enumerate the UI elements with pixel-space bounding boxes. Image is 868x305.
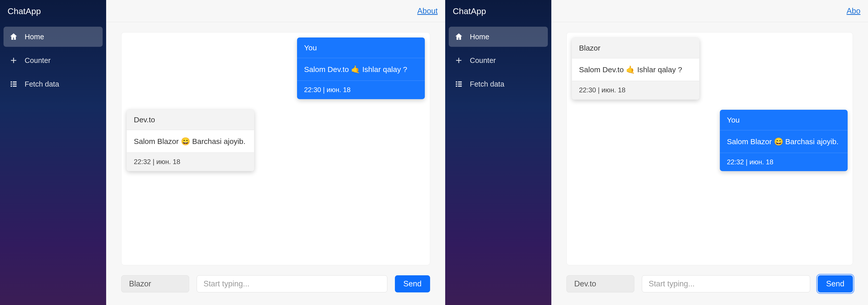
message-sender: Blazor [572,38,699,58]
home-icon [9,32,18,41]
message-row: You Salom Blazor 😄 Barchasi ajoyib. 22:3… [572,110,848,172]
send-button[interactable]: Send [818,275,853,293]
nav-fetch-data[interactable]: Fetch data [3,74,103,94]
app-instance-left: ChatApp Home Counter [0,0,445,305]
nav-counter[interactable]: Counter [449,50,548,70]
nav-home[interactable]: Home [449,27,548,47]
message-body: Salom Dev.to 🤙 Ishlar qalay ? [297,58,425,81]
chat-panel: Blazor Salom Dev.to 🤙 Ishlar qalay ? 22:… [566,32,853,265]
message-sender: You [720,110,848,130]
nav-counter-label: Counter [470,56,496,65]
message-row: You Salom Dev.to 🤙 Ishlar qalay ? 22:30 … [126,37,425,99]
nav-counter-label: Counter [25,56,51,65]
message-body: Salom Dev.to 🤙 Ishlar qalay ? [572,58,699,81]
chat-panel: You Salom Dev.to 🤙 Ishlar qalay ? 22:30 … [121,32,430,265]
content: Blazor Salom Dev.to 🤙 Ishlar qalay ? 22:… [551,22,868,305]
sidebar: ChatApp Home Counter [445,0,551,305]
nav-home-label: Home [25,33,44,41]
nav: Home Counter Fetch data [445,22,551,102]
message-input[interactable] [197,275,388,293]
nav: Home Counter Fetch data [0,22,106,102]
content: You Salom Dev.to 🤙 Ishlar qalay ? 22:30 … [106,22,445,305]
message-timestamp: 22:32 | июн. 18 [127,152,254,171]
message-timestamp: 22:30 | июн. 18 [297,81,425,99]
message-sender: You [297,37,425,58]
plus-icon [454,56,463,65]
compose-bar: Dev.to Send [566,265,853,298]
message-body: Salom Blazor 😄 Barchasi ajoyib. [127,130,254,152]
nav-home[interactable]: Home [3,27,103,47]
message-bubble-incoming: Dev.to Salom Blazor 😄 Barchasi ajoyib. 2… [126,109,254,172]
sidebar: ChatApp Home Counter [0,0,106,305]
main-area: Abo Blazor Salom Dev.to 🤙 Ishlar qalay ?… [551,0,868,305]
nav-fetch-label: Fetch data [25,80,59,88]
message-timestamp: 22:32 | июн. 18 [720,153,848,172]
current-user-chip: Dev.to [566,275,634,293]
plus-icon [9,56,18,65]
list-icon [9,80,18,89]
nav-home-label: Home [470,33,489,41]
nav-fetch-label: Fetch data [470,80,504,88]
compose-bar: Blazor Send [121,265,430,298]
topbar: Abo [551,0,868,22]
message-bubble-outgoing: You Salom Dev.to 🤙 Ishlar qalay ? 22:30 … [297,37,425,99]
brand-title: ChatApp [445,0,551,22]
message-sender: Dev.to [127,110,254,130]
nav-counter[interactable]: Counter [3,50,103,70]
list-icon [454,80,463,89]
message-bubble-incoming: Blazor Salom Dev.to 🤙 Ishlar qalay ? 22:… [572,37,700,100]
message-input[interactable] [642,275,810,293]
message-bubble-outgoing: You Salom Blazor 😄 Barchasi ajoyib. 22:3… [720,110,848,172]
home-icon [454,32,463,41]
message-timestamp: 22:30 | июн. 18 [572,81,699,99]
message-body: Salom Blazor 😄 Barchasi ajoyib. [720,130,848,153]
message-row: Dev.to Salom Blazor 😄 Barchasi ajoyib. 2… [126,109,425,172]
about-link[interactable]: About [417,6,438,16]
send-button[interactable]: Send [395,275,430,293]
current-user-chip: Blazor [121,275,189,293]
app-instance-right: ChatApp Home Counter [445,0,868,305]
message-row: Blazor Salom Dev.to 🤙 Ishlar qalay ? 22:… [572,37,848,100]
main-area: About You Salom Dev.to 🤙 Ishlar qalay ? … [106,0,445,305]
about-link[interactable]: Abo [847,6,861,16]
brand-title: ChatApp [0,0,106,22]
nav-fetch-data[interactable]: Fetch data [449,74,548,94]
topbar: About [106,0,445,22]
